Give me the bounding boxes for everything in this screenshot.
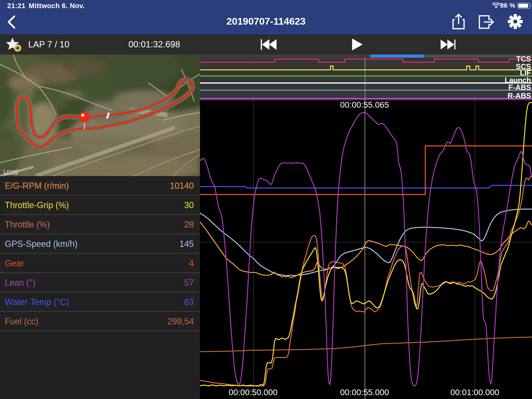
svg-text:F-ABS: F-ABS — [508, 83, 531, 92]
svg-text:LIF: LIF — [520, 69, 531, 77]
svg-text:R-ABS: R-ABS — [508, 92, 531, 100]
svg-text:00:00:50.000: 00:00:50.000 — [229, 387, 278, 397]
svg-text:00:00:55.065: 00:00:55.065 — [340, 100, 389, 109]
svg-text:00:00:55.000: 00:00:55.000 — [340, 387, 389, 397]
svg-text:Legal: Legal — [3, 168, 18, 175]
svg-text:00:01:00.000: 00:01:00.000 — [450, 387, 499, 397]
svg-text:TCS: TCS — [516, 55, 531, 63]
